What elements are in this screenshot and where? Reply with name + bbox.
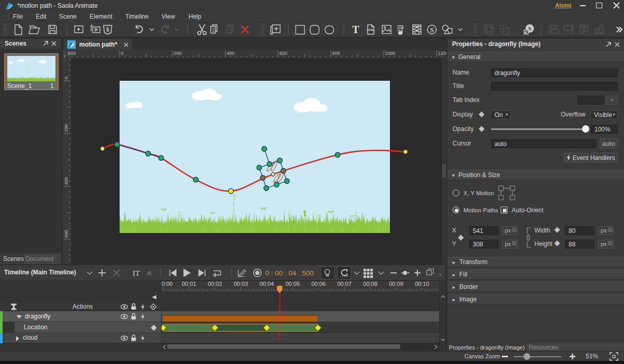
- svg-text:00:01: 00:01: [182, 281, 196, 287]
- svg-text:00:03: 00:03: [234, 281, 248, 287]
- svg-text:5: 5: [106, 27, 109, 33]
- svg-text:HTML: HTML: [367, 28, 375, 32]
- svg-text:T: T: [352, 24, 359, 35]
- svg-text:400: 400: [227, 51, 235, 56]
- svg-text:00:02: 00:02: [208, 281, 222, 287]
- svg-text:0: 0: [64, 77, 69, 79]
- svg-text:1200: 1200: [438, 51, 447, 56]
- svg-text:400: 400: [64, 177, 69, 185]
- svg-text:00:07: 00:07: [337, 281, 352, 287]
- svg-text:0 : 00 : 04 . 500: 0 : 00 : 04 . 500: [265, 269, 314, 277]
- svg-text:S: S: [430, 26, 433, 34]
- svg-text:00:04: 00:04: [259, 281, 274, 287]
- svg-text:00:08: 00:08: [363, 281, 378, 287]
- svg-text:1000: 1000: [385, 51, 396, 56]
- svg-text:y: y: [64, 54, 66, 58]
- svg-text:S: S: [528, 25, 531, 32]
- svg-text:200: 200: [64, 124, 69, 132]
- svg-text:600: 600: [280, 51, 287, 56]
- svg-text:00:06: 00:06: [311, 281, 326, 287]
- svg-text:00:09: 00:09: [389, 281, 403, 287]
- svg-text:200: 200: [174, 51, 182, 56]
- svg-text:00:10: 00:10: [415, 281, 429, 287]
- svg-text:200: 200: [68, 51, 76, 56]
- svg-text:800: 800: [332, 51, 340, 56]
- svg-text:0: 0: [121, 51, 124, 56]
- svg-text:0:00: 0:00: [162, 281, 172, 287]
- svg-text:00:05: 00:05: [285, 281, 300, 287]
- svg-text:600: 600: [64, 230, 69, 238]
